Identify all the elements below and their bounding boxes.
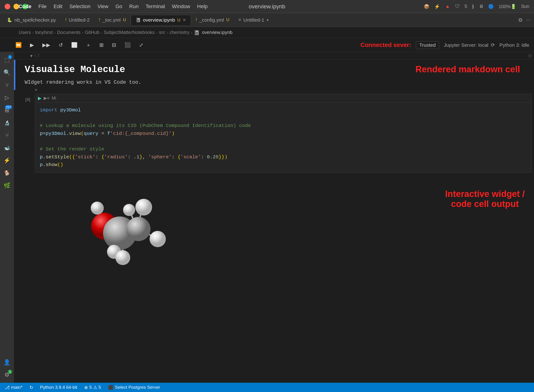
- collapse-icon[interactable]: ▾: [30, 53, 33, 59]
- add-cell-btn[interactable]: ＋: [84, 40, 92, 50]
- sidebar-item-search[interactable]: 🔍: [1, 67, 13, 78]
- sidebar-item-source-control[interactable]: ⑂: [1, 79, 13, 91]
- breadcrumb-documents[interactable]: Documents: [57, 30, 80, 35]
- run-cell-btn[interactable]: ▶: [38, 95, 41, 101]
- menu-code[interactable]: Code: [19, 4, 31, 9]
- search-icon: 🔍: [4, 69, 10, 76]
- hydrogen-atom-3: [150, 231, 166, 247]
- tab-config[interactable]: ! _config.yml U: [191, 15, 234, 25]
- menu-run[interactable]: Run: [129, 4, 139, 9]
- db-selector[interactable]: ⬛ Select Postgres Server: [108, 385, 160, 390]
- code-line-5: p.setStyle({'stick': {'radius': .1}, 'sp…: [40, 153, 527, 161]
- menu-window[interactable]: Window: [172, 4, 190, 9]
- run-below-icon[interactable]: ▶≡: [44, 96, 50, 101]
- menu-bar: Code File Edit Selection View Go Run Ter…: [19, 4, 208, 9]
- sidebar-item-account[interactable]: 👤: [1, 357, 13, 368]
- trusted-badge[interactable]: Trusted: [416, 41, 439, 49]
- breadcrumb-repo[interactable]: SubjectMatterNotebooks: [104, 30, 155, 35]
- widget-annotation: Interactive widget / code cell output: [445, 189, 525, 209]
- tab-bar: 🐍 nb_spellchecker.py ! Untitled-2 ! _toc…: [0, 13, 534, 27]
- code-cell-container: ▶ ▶≡ Mi import py3Dmol # Lookup a molecu…: [35, 94, 532, 173]
- tab-label: nb_spellchecker.py: [14, 17, 56, 23]
- sidebar-item-run[interactable]: ▷: [1, 92, 13, 103]
- globe-icon: 🌿: [4, 182, 10, 189]
- menu-selection[interactable]: Selection: [69, 4, 90, 9]
- data-viewer-btn[interactable]: ⊟: [110, 41, 117, 50]
- breadcrumb-user[interactable]: tonyhirst: [35, 30, 53, 35]
- sidebar-item-docker[interactable]: 🐋: [1, 142, 13, 154]
- restart-btn[interactable]: ↺: [57, 41, 64, 50]
- sidebar-item-jupyter[interactable]: 🔬: [1, 117, 13, 128]
- menu-file[interactable]: File: [38, 4, 47, 9]
- variable-explorer-btn[interactable]: ⊞: [98, 41, 105, 50]
- cell-status-label: Mi: [52, 96, 56, 101]
- tab-toc[interactable]: ! _toc.yml U: [94, 15, 131, 25]
- python-info[interactable]: Python 3: Idle: [500, 42, 529, 48]
- sidebar-item-extensions[interactable]: ⊞ 257: [1, 105, 13, 116]
- refresh-icon[interactable]: ⟳: [491, 42, 495, 48]
- window-title: overview.ipynb: [249, 3, 285, 10]
- run-all-btn[interactable]: ▶▶: [41, 41, 52, 50]
- code-line-2: # Lookup a molecule using its CID (PubCh…: [40, 122, 527, 130]
- settings-badge: 1: [8, 370, 12, 374]
- tab-untitled1[interactable]: ≡ Untitled-1 ●: [234, 15, 273, 25]
- minimize-button[interactable]: [14, 4, 19, 9]
- run-all-above-btn[interactable]: ⏩: [14, 41, 23, 50]
- hydrogen-atom-4: [135, 199, 152, 215]
- sidebar-item-explorer[interactable]: ⬚ 1: [1, 54, 13, 65]
- sync-indicator[interactable]: ↻: [29, 385, 33, 390]
- breadcrumb-github[interactable]: GitHub: [85, 30, 99, 35]
- code-cell: [4] ▶ ▶≡ Mi import py3Dmol #: [14, 94, 534, 274]
- account-icon: 👤: [4, 359, 10, 365]
- db-icon: ⬛: [108, 385, 113, 390]
- branch-indicator[interactable]: ⎇ main*: [5, 385, 23, 390]
- tab-overview[interactable]: 📓 overview.ipynb U ✕: [131, 15, 191, 25]
- remote-icon: ⚡: [4, 157, 10, 164]
- expand-btn[interactable]: ⤢: [138, 41, 145, 50]
- notebook-toolbar: ⏩ ▶ ▶▶ ↺ ⬜ ＋ ⊞ ⊟ ⬛ ⤢ Connected sever: Tr…: [0, 38, 534, 52]
- carbon-atom-right: [126, 217, 150, 241]
- sidebar-item-git-graph[interactable]: ⑂: [1, 130, 13, 141]
- notebook-icon: 📓: [136, 17, 141, 23]
- warning-icon: ⚠: [93, 385, 97, 390]
- interrupt-btn[interactable]: ⬜: [70, 41, 79, 50]
- menu-terminal[interactable]: Terminal: [145, 4, 165, 9]
- breadcrumb-src[interactable]: src: [159, 30, 165, 35]
- menu-view[interactable]: View: [98, 4, 108, 9]
- jupyter-icon: 🔬: [4, 120, 10, 126]
- sync-icon: ↻: [29, 385, 33, 390]
- menu-help[interactable]: Help: [197, 4, 207, 9]
- sidebar-item-globe[interactable]: 🌿: [1, 180, 13, 191]
- add-cell-button[interactable]: ＋: [33, 86, 39, 93]
- code-line-6: p.show(): [40, 161, 527, 169]
- modified-indicator: U: [177, 18, 180, 23]
- export-btn[interactable]: ⬛: [123, 41, 132, 50]
- sidebar-item-remote[interactable]: ⚡: [1, 155, 13, 166]
- breadcrumb-users[interactable]: Users: [19, 30, 31, 35]
- errors-indicator[interactable]: ⊗ 5 ⚠ 5: [84, 385, 101, 390]
- tab-close-button[interactable]: ✕: [183, 17, 186, 23]
- breadcrumb-chemistry[interactable]: chemistry: [169, 30, 190, 35]
- run-btn[interactable]: ▶: [29, 41, 35, 50]
- breadcrumb: Users › tonyhirst › Documents › GitHub ›…: [0, 27, 534, 38]
- tab-untitled2[interactable]: ! Untitled-2: [61, 15, 94, 25]
- cell-menu-icon: ⊟: [528, 53, 532, 58]
- menu-go[interactable]: Go: [115, 4, 122, 9]
- sidebar-item-datadog[interactable]: 🐕: [1, 167, 13, 179]
- code-toolbar: ▶ ▶≡ Mi: [35, 94, 531, 103]
- error-icon: ⊗: [84, 385, 88, 390]
- breadcrumb-file[interactable]: overview.ipynb: [202, 30, 232, 35]
- split-editor-icon[interactable]: ⧉: [519, 17, 522, 23]
- tab-nb-spellchecker[interactable]: 🐍 nb_spellchecker.py: [2, 15, 61, 25]
- close-button[interactable]: [5, 4, 10, 9]
- code-line-4: # Set the render style: [40, 145, 527, 153]
- git-graph-icon: ⑂: [5, 132, 9, 139]
- code-line-3: p=py3Dmol.view(query = f'cid:{_compound.…: [40, 130, 527, 138]
- more-tabs-icon[interactable]: ···: [526, 17, 530, 23]
- warning-icon: !: [196, 17, 197, 22]
- tab-label: Untitled-2: [69, 17, 90, 23]
- python-version[interactable]: Python 3.9.4 64-bit: [40, 385, 77, 390]
- code-line-1: import py3Dmol: [40, 106, 527, 114]
- menu-edit[interactable]: Edit: [53, 4, 62, 9]
- sidebar-item-settings[interactable]: ⚙ 1: [1, 369, 13, 380]
